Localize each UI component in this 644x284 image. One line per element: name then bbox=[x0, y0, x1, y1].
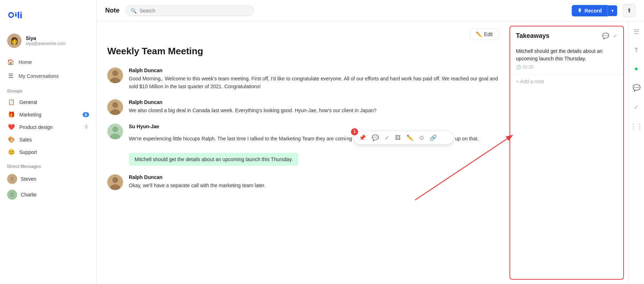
conversations-icon: ☰ bbox=[7, 73, 14, 79]
svg-point-14 bbox=[112, 126, 118, 132]
record-label: Record bbox=[585, 8, 602, 14]
sidebar: 👩 Siya siya@awesome.com 🏠 Home ☰ My Conv… bbox=[0, 0, 97, 284]
svg-point-8 bbox=[112, 70, 118, 76]
msg4-text: Okay, we'll have a separate call with th… bbox=[129, 181, 499, 189]
sidebar-item-marketing[interactable]: 🎁 Marketing 8 bbox=[0, 108, 96, 121]
support-icon: 😊 bbox=[7, 149, 16, 155]
search-input[interactable] bbox=[140, 8, 249, 14]
msg2-text: We also closed a big deal in Canada last… bbox=[129, 106, 499, 114]
svg-rect-6 bbox=[20, 11, 22, 13]
circle-icon[interactable]: ⊙ bbox=[419, 133, 424, 143]
icon-bar-dots[interactable]: ⋮⋮ bbox=[628, 120, 644, 133]
takeaways-check-icon[interactable]: ✓ bbox=[613, 33, 618, 39]
dm-steven-label: Steven bbox=[21, 176, 36, 182]
svg-point-1 bbox=[9, 13, 13, 17]
dm-charlie[interactable]: C Charlie bbox=[0, 187, 96, 203]
user-profile[interactable]: 👩 Siya siya@awesome.com bbox=[0, 30, 96, 55]
topbar-title: Note bbox=[105, 7, 119, 14]
takeaways-header: Takeaways 💬 ✓ bbox=[510, 26, 623, 43]
svg-rect-3 bbox=[15, 12, 16, 13]
sidebar-item-home-label: Home bbox=[19, 59, 32, 65]
message-2: Ralph Duncan We also closed a big deal i… bbox=[107, 99, 499, 115]
search-bar[interactable]: 🔍 bbox=[125, 5, 254, 16]
home-icon: 🏠 bbox=[7, 59, 14, 65]
dm-steven[interactable]: S Steven bbox=[0, 171, 96, 187]
su-avatar bbox=[107, 124, 123, 139]
takeaways-title: Takeaways bbox=[516, 32, 550, 40]
sidebar-item-support[interactable]: 😊 Support bbox=[0, 146, 96, 158]
meeting-title: Weekly Team Meeting bbox=[107, 46, 499, 57]
ralph-avatar-2 bbox=[107, 99, 123, 115]
takeaways-panel: Takeaways 💬 ✓ Mitchell should get the de… bbox=[509, 26, 624, 280]
upload-button[interactable]: ⬆ bbox=[623, 4, 635, 17]
svg-rect-2 bbox=[15, 13, 16, 17]
comment-icon[interactable]: 💬 bbox=[372, 133, 379, 143]
product-design-icon: ❤️ bbox=[7, 124, 16, 130]
main-content: Note 🔍 🎙 Record ▾ ⬆ ✏️ Edit W bbox=[97, 0, 644, 284]
takeaways-comment-icon[interactable]: 💬 bbox=[602, 33, 609, 39]
sales-label: Sales bbox=[19, 137, 89, 143]
sidebar-item-general[interactable]: 📋 General bbox=[0, 96, 96, 108]
upload-icon: ⬆ bbox=[627, 8, 631, 14]
record-button-group: 🎙 Record ▾ bbox=[572, 5, 617, 16]
sidebar-nav: 🏠 Home ☰ My Conversations bbox=[0, 55, 96, 83]
charlie-avatar: C bbox=[7, 190, 17, 200]
sidebar-item-home[interactable]: 🏠 Home bbox=[0, 55, 96, 69]
icon-bar-green[interactable]: ● bbox=[632, 63, 640, 75]
sidebar-item-sales[interactable]: 🎨 Sales bbox=[0, 133, 96, 146]
sidebar-item-my-conversations[interactable]: ☰ My Conversations bbox=[0, 69, 96, 83]
link-icon[interactable]: 🔗 bbox=[430, 133, 437, 143]
message-3: Su Hyun-Jae We're experiencing little hi… bbox=[107, 124, 499, 166]
svg-rect-5 bbox=[20, 13, 22, 18]
marketing-label: Marketing bbox=[19, 112, 79, 118]
dm-charlie-label: Charlie bbox=[21, 192, 36, 198]
check-icon[interactable]: ✓ bbox=[385, 133, 389, 143]
marketing-badge: 8 bbox=[83, 112, 89, 117]
edit-tool-icon[interactable]: ✏️ bbox=[406, 133, 414, 143]
steven-avatar: S bbox=[7, 174, 17, 184]
product-design-label: Product design bbox=[19, 124, 80, 130]
msg3-text: We're experiencing little hiccups Ralph.… bbox=[129, 131, 499, 147]
takeaway-item-1: Mitchell should get the details about an… bbox=[510, 43, 623, 74]
marketing-icon: 🎁 bbox=[7, 111, 16, 118]
record-button[interactable]: 🎙 Record bbox=[572, 5, 608, 16]
image-icon[interactable]: 🖼 bbox=[395, 133, 401, 143]
sidebar-item-my-conversations-label: My Conversations bbox=[19, 73, 59, 79]
content-wrapper: ✏️ Edit Weekly Team Meeting Ralph Duncan… bbox=[97, 21, 644, 284]
toolbar-badge: 1 bbox=[351, 128, 358, 135]
notes-area: ✏️ Edit Weekly Team Meeting Ralph Duncan… bbox=[97, 21, 509, 284]
general-label: General bbox=[19, 99, 89, 105]
edit-button[interactable]: ✏️ Edit bbox=[470, 29, 499, 40]
sidebar-item-product-design[interactable]: ❤️ Product design 🎙 bbox=[0, 121, 96, 133]
icon-bar-comment[interactable]: 💬 bbox=[630, 82, 643, 94]
msg3-speaker: Su Hyun-Jae bbox=[129, 124, 499, 129]
avatar: 👩 bbox=[7, 34, 21, 48]
record-dropdown-button[interactable]: ▾ bbox=[608, 5, 617, 16]
dm-header: Direct Messages bbox=[0, 158, 96, 171]
add-note-button[interactable]: + Add a note bbox=[510, 74, 623, 89]
takeaway-item-text: Mitchell should get the details about an… bbox=[516, 48, 618, 63]
user-name: Siya bbox=[26, 35, 65, 41]
search-icon: 🔍 bbox=[131, 8, 137, 14]
msg1-text: Good Morning,. Welcome to this week's te… bbox=[129, 75, 499, 91]
icon-bar-check[interactable]: ✓ bbox=[631, 101, 641, 113]
mic-record-icon: 🎙 bbox=[577, 8, 582, 14]
svg-rect-4 bbox=[18, 11, 19, 18]
pin-icon[interactable]: 📌 bbox=[359, 133, 366, 143]
icon-bar-text[interactable]: T bbox=[633, 45, 640, 56]
sales-icon: 🎨 bbox=[7, 136, 16, 143]
support-label: Support bbox=[19, 149, 89, 155]
edit-label: Edit bbox=[484, 31, 493, 37]
clock-icon: 🕐 bbox=[516, 65, 521, 70]
svg-point-11 bbox=[112, 102, 118, 108]
general-icon: 📋 bbox=[7, 99, 16, 105]
icon-bar-list[interactable]: ☰ bbox=[631, 26, 641, 38]
msg4-speaker: Ralph Duncan bbox=[129, 174, 499, 180]
message-1: Ralph Duncan Good Morning,. Welcome to t… bbox=[107, 68, 499, 91]
text-toolbar: 1 📌 💬 ✓ 🖼 ✏️ ⊙ 🔗 bbox=[353, 131, 454, 145]
edit-icon: ✏️ bbox=[476, 31, 482, 37]
message-4: Ralph Duncan Okay, we'll have a separate… bbox=[107, 174, 499, 190]
svg-point-17 bbox=[112, 177, 118, 183]
msg1-speaker: Ralph Duncan bbox=[129, 68, 499, 73]
ralph-avatar-1 bbox=[107, 68, 123, 83]
